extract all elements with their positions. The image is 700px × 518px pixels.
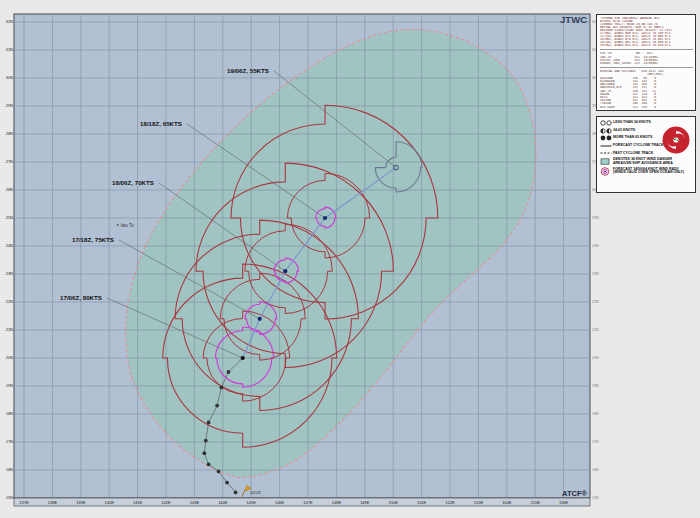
lat-tick-label: 24N: [6, 243, 13, 248]
filled-circles-icon: [600, 135, 613, 141]
lat-tick-label: 25N: [6, 215, 13, 220]
legend-item-label: LESS THAN 34 KNOTS: [613, 121, 651, 125]
product-label: ATCF®: [562, 489, 587, 498]
lat-tick-label: 27N: [6, 159, 13, 164]
lat-tick-label-right: 16N: [592, 468, 599, 472]
past-position-dot: [234, 491, 238, 495]
lon-tick-label: 152E: [445, 500, 455, 505]
lat-tick-label: 23N: [6, 271, 13, 276]
lon-tick-label: 148E: [332, 500, 342, 505]
lat-tick-label-right: 18N: [592, 412, 599, 416]
lon-tick-label: 144E: [218, 500, 228, 505]
forecast-position-dot: [323, 216, 327, 220]
lat-tick-label-right: 19N: [592, 384, 599, 388]
legend-item-label: PAST CYCLONE TRACK: [613, 152, 653, 156]
lon-tick-label: 142E: [161, 500, 171, 505]
forecast-position-dot: [283, 269, 287, 273]
lon-tick-label: 138E: [48, 500, 58, 505]
lon-tick-label: 153E: [474, 500, 484, 505]
jtwc-forecast-window: { "branding": { "agency_label": "JTWC", …: [0, 0, 700, 518]
past-position-dot: [225, 481, 229, 485]
open-circles-icon: [600, 120, 613, 126]
lon-tick-label: 140E: [105, 500, 115, 505]
lat-tick-label: 17N: [6, 439, 13, 444]
lat-tick-label-right: 24N: [592, 244, 599, 248]
past-position-dot: [215, 404, 219, 408]
lat-tick-label-right: 21N: [592, 328, 599, 332]
lat-tick-label: 21N: [6, 327, 13, 332]
legend-item-label: FORECAST 34/50/64 KNOT WIND RADII (WINDS…: [613, 168, 691, 175]
lon-tick-label: 149E: [360, 500, 370, 505]
lat-tick-label-right: 23N: [592, 272, 599, 276]
lon-tick-label: 154E: [502, 500, 512, 505]
legend-item-label: DENOTES 34 KNOT WIND DANGER AREA/USN SHI…: [613, 158, 691, 165]
lon-tick-label: 151E: [417, 500, 427, 505]
lat-tick-label: 18N: [6, 411, 13, 416]
radii-rings-icon: [600, 167, 613, 176]
forecast-label: 19/06Z, 55KTS: [227, 67, 269, 74]
lat-tick-label: 32N: [6, 19, 13, 24]
panel-divider: [600, 49, 693, 50]
lon-tick-label: 143E: [190, 500, 200, 505]
bearing-distance-table: BEARING AND DISTANCE DIR DIST TAU (NM)(H…: [600, 70, 693, 108]
lat-tick-label: 30N: [6, 75, 13, 80]
lon-tick-label: 141E: [133, 500, 143, 505]
past-position-dot: [202, 451, 206, 455]
jtwc-typhoon-logo-icon: [661, 125, 691, 155]
lat-tick-label: 20N: [6, 355, 13, 360]
lon-tick-label: 150E: [389, 500, 399, 505]
lat-tick-label-right: 15N: [592, 496, 599, 500]
past-position-dot: [217, 470, 221, 474]
lon-tick-label: 156E: [559, 500, 569, 505]
lat-tick-label: 19N: [6, 383, 13, 388]
cpa-table: CPA TO: NM DTGIWO_TO 341 18/1800ZCHICHI_…: [600, 52, 693, 65]
forecast-label: 17/18Z, 75KTS: [72, 236, 114, 243]
lat-tick-label-right: 25N: [592, 216, 599, 220]
forecast-label: 18/18Z, 65KTS: [140, 120, 182, 127]
forecast-track-map: 14/12ZIwo To17/06Z, 80KTS17/18Z, 75KTS18…: [0, 0, 700, 518]
lat-tick-label: 22N: [6, 299, 13, 304]
lat-tick-label: 31N: [6, 47, 13, 52]
lat-tick-label-right: 20N: [592, 356, 599, 360]
half-circles-icon: [600, 128, 613, 134]
danger-swatch-icon: [600, 158, 613, 165]
place-label: Iwo To: [121, 223, 134, 228]
warning-text-block: TYPHOON 01W (MALAKAS) WARNING #12WTPN31 …: [600, 17, 693, 47]
bearing-lines-line: WFO_GUAM 353 350 0: [600, 106, 693, 109]
forecast-position-dot: [241, 356, 245, 360]
lon-tick-label: 139E: [76, 500, 86, 505]
lat-tick-label-right: 22N: [592, 300, 599, 304]
past-position-dot: [204, 439, 208, 443]
lat-tick-label-right: 17N: [592, 440, 599, 444]
past-position-dot: [207, 463, 211, 467]
forecast-label: 18/06Z, 70KTS: [112, 179, 154, 186]
lon-tick-label: 147E: [303, 500, 313, 505]
lat-tick-label: 15N: [6, 495, 13, 500]
lat-tick-label: 26N: [6, 187, 13, 192]
dashed-line-icon: [600, 150, 613, 156]
solid-line-icon: [600, 143, 613, 149]
past-position-dot: [207, 421, 211, 425]
legend-item-label: 34-63 KNOTS: [613, 129, 635, 133]
island-marker: [117, 224, 119, 226]
forecast-position-dot: [258, 317, 262, 321]
lon-tick-label: 145E: [247, 500, 257, 505]
lat-tick-label: 16N: [6, 467, 13, 472]
genesis-label: 14/12Z: [250, 491, 262, 495]
agency-label: JTWC: [560, 14, 587, 25]
warning-lines-line: 19/06Z, WINDS 055 KTS, GUSTS TO 070 KTS: [600, 44, 693, 47]
panel-divider: [600, 67, 693, 68]
lat-tick-label: 29N: [6, 103, 13, 108]
lon-tick-label: 155E: [531, 500, 541, 505]
legend-panel: LESS THAN 34 KNOTS34-63 KNOTSMORE THAN 6…: [596, 116, 696, 193]
past-position-dot: [227, 370, 231, 374]
legend-item-label: MORE THAN 63 KNOTS: [613, 136, 652, 140]
legend-item: FORECAST 34/50/64 KNOT WIND RADII (WINDS…: [600, 167, 693, 176]
past-position-dot: [219, 386, 223, 390]
forecast-label: 17/06Z, 80KTS: [60, 294, 102, 301]
lat-tick-label: 28N: [6, 131, 13, 136]
legend-item: DENOTES 34 KNOT WIND DANGER AREA/USN SHI…: [600, 158, 693, 165]
lon-tick-label: 137E: [19, 500, 29, 505]
warning-info-panel: TYPHOON 01W (MALAKAS) WARNING #12WTPN31 …: [596, 14, 696, 111]
cpa-lines-line: MINAMI_TORI_SHIMA 222 19/0600Z: [600, 62, 693, 65]
